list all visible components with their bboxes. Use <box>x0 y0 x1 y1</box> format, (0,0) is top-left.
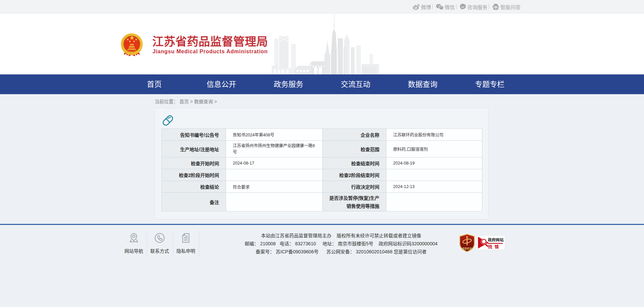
svg-text:党政机关: 党政机关 <box>462 247 472 250</box>
svg-text:政府网站: 政府网站 <box>488 238 504 242</box>
svg-text:找错: 找错 <box>488 244 501 249</box>
